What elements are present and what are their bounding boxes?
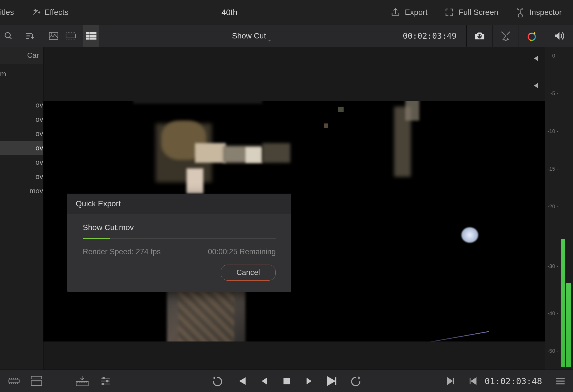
viewer-timecode[interactable]: 00:02:03:49 <box>393 31 466 41</box>
next-edit-icon <box>446 376 455 386</box>
export-label: Export <box>405 8 427 17</box>
svg-rect-6 <box>86 32 96 40</box>
speaker-icon <box>553 30 565 42</box>
strip-icon <box>65 32 76 40</box>
next-edit-button[interactable] <box>446 376 455 386</box>
step-back-icon <box>259 376 269 386</box>
skip-start-icon <box>235 375 247 387</box>
resolve-fx-icon <box>500 31 511 41</box>
meter-scale-mark: -50 - <box>547 348 558 354</box>
media-pool-tabs: Car <box>0 47 43 64</box>
goto-first-frame-button[interactable] <box>531 54 540 63</box>
transport-controls <box>210 375 363 387</box>
meter-scale-mark: -20 - <box>547 203 558 210</box>
fullscreen-label: Full Screen <box>459 8 498 17</box>
inspector-label: Inspector <box>530 8 562 17</box>
top-menu-bar: itles Effects 40th Export Full Screen In… <box>0 0 573 25</box>
titles-menu-button[interactable]: itles <box>0 8 14 17</box>
titles-label: itles <box>0 8 14 17</box>
export-filename: Show Cut.mov <box>83 223 276 232</box>
clip-item[interactable]: ov <box>0 127 43 141</box>
svg-point-1 <box>522 8 524 10</box>
export-progress-bar <box>83 238 276 239</box>
goto-start-icon <box>531 54 540 63</box>
meter-bar-left <box>561 239 565 367</box>
fullscreen-menu-button[interactable]: Full Screen <box>444 7 498 17</box>
color-fx-button[interactable] <box>519 25 545 47</box>
jog-back-button[interactable] <box>210 375 223 387</box>
export-menu-button[interactable]: Export <box>390 7 427 17</box>
speaker-button[interactable] <box>545 25 573 47</box>
clip-item[interactable]: ov <box>0 155 43 169</box>
effects-menu-button[interactable]: Effects <box>31 8 68 17</box>
prev-edit-button[interactable] <box>468 376 478 386</box>
search-button[interactable] <box>0 25 17 47</box>
audio-meter: 0 - -5 - -10 - -15 - -20 - -30 - -40 - -… <box>545 47 573 370</box>
clip-item[interactable]: ov <box>0 112 43 127</box>
clip-header-item[interactable]: m <box>0 67 43 81</box>
meter-scale-mark: -5 - <box>551 90 559 97</box>
thumbnail-icon <box>49 32 58 40</box>
play-button[interactable] <box>304 376 314 386</box>
insert-clip-icon <box>76 375 89 387</box>
resolve-fx-button[interactable] <box>493 25 519 47</box>
fullscreen-icon <box>444 7 454 17</box>
svg-rect-10 <box>31 376 42 379</box>
wand-effects-icon <box>31 8 40 17</box>
svg-rect-14 <box>106 380 109 382</box>
thumbnail-view-button[interactable] <box>49 25 58 47</box>
export-icon <box>390 7 401 17</box>
sort-button[interactable] <box>17 25 43 47</box>
prev-edit-icon <box>468 376 478 386</box>
goto-start-icon <box>531 81 540 90</box>
viewer-bottom-bar <box>43 73 545 101</box>
meter-scale-mark: -30 - <box>547 263 558 269</box>
meter-bar-right <box>566 283 571 367</box>
timeline-view-button-2[interactable] <box>31 376 42 386</box>
audio-meter-panel: 0 - -5 - -10 - -15 - -20 - -30 - -40 - -… <box>545 47 573 370</box>
timeline-timecode[interactable]: 01:02:03:48 <box>485 376 542 386</box>
timeline-tool-button-2[interactable] <box>100 376 111 386</box>
clip-item-selected[interactable]: ov <box>0 141 43 155</box>
stop-button[interactable] <box>282 376 291 386</box>
svg-point-0 <box>517 8 519 10</box>
strip-view-button[interactable] <box>65 25 76 47</box>
camera-flip-button[interactable] <box>467 25 493 47</box>
tab-camera[interactable]: Car <box>27 51 39 60</box>
camera-flip-icon <box>474 31 485 41</box>
list-view-button[interactable] <box>83 25 99 47</box>
stop-icon <box>282 376 291 386</box>
clip-item[interactable]: ov <box>0 98 43 112</box>
timeline-toolbar: 01:02:03:48 <box>0 370 573 392</box>
secondary-toolbar: Show Cut 00:02:03:49 <box>0 25 573 47</box>
project-title: 40th <box>222 8 237 17</box>
jog-forward-button[interactable] <box>351 375 363 387</box>
clip-item[interactable]: ov <box>0 169 43 184</box>
goto-first-frame-button-bottom[interactable] <box>531 81 540 90</box>
clip-item[interactable]: mov <box>0 184 43 198</box>
sort-icon <box>25 31 35 41</box>
time-remaining-label: 00:00:25 Remaining <box>208 247 276 256</box>
viewer-top-bar <box>43 47 545 73</box>
goto-start-transport[interactable] <box>235 375 247 387</box>
timeline-tool-button-1[interactable] <box>76 375 89 387</box>
timeline-view-button-1[interactable] <box>8 377 20 386</box>
jog-forward-icon <box>351 375 363 387</box>
svg-rect-16 <box>283 378 290 384</box>
svg-rect-15 <box>102 383 104 385</box>
viewer-title[interactable]: Show Cut <box>232 31 266 40</box>
svg-rect-9 <box>9 380 19 382</box>
hamburger-icon <box>556 377 565 385</box>
step-back-button[interactable] <box>259 376 269 386</box>
inspector-menu-button[interactable]: Inspector <box>515 7 562 17</box>
meter-scale-mark: -15 - <box>547 166 558 172</box>
cancel-button[interactable]: Cancel <box>221 265 276 281</box>
svg-rect-12 <box>76 381 88 386</box>
goto-end-transport[interactable] <box>327 375 338 387</box>
render-speed-label: Render Speed: 274 fps <box>83 247 161 256</box>
search-icon <box>4 31 13 40</box>
timeline-options-button[interactable] <box>556 377 565 385</box>
timeline-icon <box>8 377 20 386</box>
effects-label: Effects <box>45 8 68 17</box>
sliders-icon <box>100 376 111 386</box>
